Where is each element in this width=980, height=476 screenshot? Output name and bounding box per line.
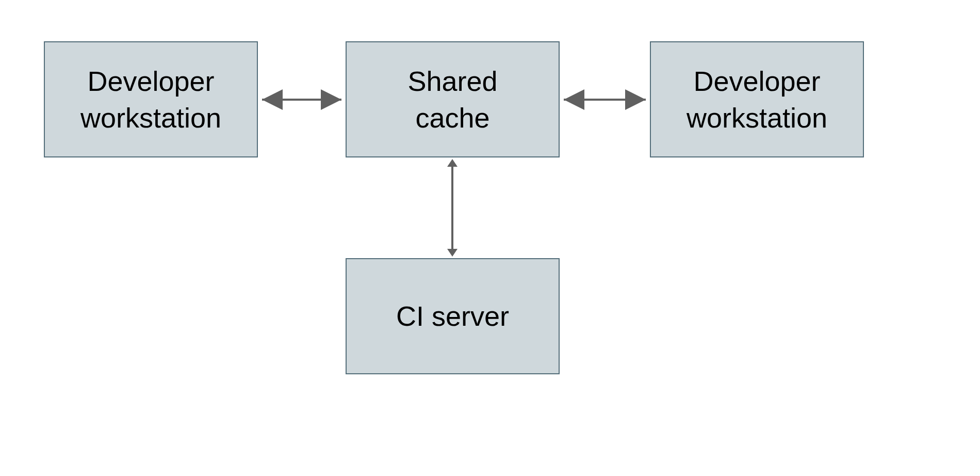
node-developer-workstation-left: Developer workstation (44, 41, 258, 157)
node-label: Developer workstation (80, 63, 221, 135)
label-line: Shared (407, 66, 497, 97)
node-label: Shared cache (407, 63, 497, 135)
node-label: CI server (396, 298, 509, 334)
node-developer-workstation-right: Developer workstation (650, 41, 864, 157)
double-arrow-icon (445, 157, 460, 258)
label-line: workstation (80, 102, 221, 133)
node-label: Developer workstation (687, 63, 827, 135)
label-line: Developer (693, 66, 820, 97)
double-arrow-icon (258, 92, 346, 107)
node-shared-cache: Shared cache (346, 41, 560, 157)
label-line: cache (415, 102, 489, 133)
node-ci-server: CI server (346, 258, 560, 374)
label-line: workstation (687, 102, 827, 133)
architecture-diagram: Developer workstation Shared cache Devel… (0, 0, 980, 476)
double-arrow-icon (560, 92, 650, 107)
label-line: Developer (87, 66, 214, 97)
label-line: CI server (396, 300, 509, 331)
